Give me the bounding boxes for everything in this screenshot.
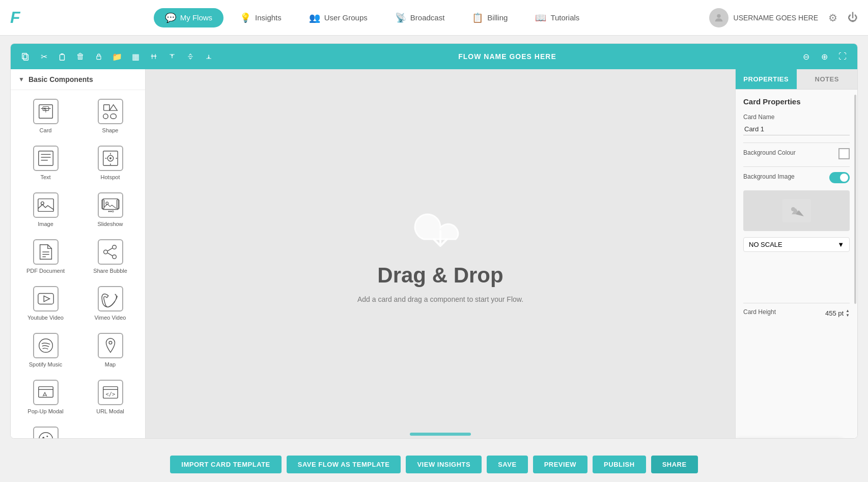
bg-colour-swatch[interactable]: [838, 148, 850, 159]
toolbar-zoom-out-btn[interactable]: ⊖: [799, 49, 813, 64]
toolbar-zoom-in-btn[interactable]: ⊕: [817, 49, 831, 64]
nav-item-tutorials[interactable]: 📖 Tutorials: [524, 8, 591, 27]
svg-rect-14: [110, 114, 116, 119]
component-card[interactable]: + Card: [13, 93, 78, 139]
toolbar-fullscreen-btn[interactable]: ⛶: [835, 49, 850, 64]
component-grid: + Card Shape: [11, 90, 145, 438]
toolbar-copy-btn[interactable]: [18, 49, 33, 64]
component-pdf[interactable]: PDF Document: [13, 233, 78, 280]
nav-item-insights[interactable]: 💡 Insights: [229, 8, 293, 27]
youtube-label: Youtube Video: [27, 315, 64, 321]
bg-colour-inner-row: Background Colour: [743, 148, 850, 159]
bg-image-toggle[interactable]: [829, 172, 850, 183]
toolbar-cut-btn[interactable]: ✂: [37, 49, 51, 64]
card-height-row: Card Height 455 pt ▲ ▼: [743, 308, 850, 318]
settings-button[interactable]: ⚙: [828, 12, 837, 24]
toolbar-align4-btn[interactable]: [202, 49, 216, 64]
svg-point-51: [46, 436, 48, 437]
share-icon: [98, 239, 123, 265]
canvas-scrollbar[interactable]: [410, 433, 471, 436]
panel-header: ▼ Basic Components: [11, 69, 145, 90]
tab-notes[interactable]: NOTES: [797, 69, 858, 89]
save-template-button[interactable]: SAVE FLOW AS TEMPLATE: [287, 456, 401, 473]
view-insights-button[interactable]: VIEW INSIGHTS: [406, 456, 482, 473]
svg-point-34: [112, 245, 116, 249]
share-button[interactable]: SHARE: [651, 456, 698, 473]
component-spotify[interactable]: Spotify Music: [13, 327, 78, 374]
component-cookie[interactable]: Cookie: [13, 420, 78, 438]
url-icon: </>: [98, 380, 123, 405]
scale-chevron-icon: ▼: [837, 241, 844, 248]
svg-point-35: [112, 255, 116, 259]
card-properties-title: Card Properties: [743, 97, 850, 106]
text-label: Text: [40, 174, 50, 180]
svg-point-49: [39, 433, 52, 438]
insights-icon: 💡: [240, 12, 251, 23]
svg-point-0: [717, 14, 720, 17]
username-label: USERNAME GOES HERE: [734, 14, 818, 22]
panel-header-label: Basic Components: [29, 75, 93, 83]
component-map[interactable]: Map: [78, 327, 143, 374]
bottom-toolbar: IMPORT CARD TEMPLATE SAVE FLOW AS TEMPLA…: [0, 446, 868, 482]
component-youtube[interactable]: Youtube Video: [13, 280, 78, 327]
toolbar-align3-btn[interactable]: [183, 49, 198, 64]
component-popup[interactable]: Pop-Up Modal: [13, 374, 78, 420]
svg-rect-43: [38, 387, 53, 398]
toolbar-delete-btn[interactable]: 🗑: [73, 49, 88, 64]
nav-right: USERNAME GOES HERE ⚙ ⏻: [709, 8, 858, 27]
card-name-input[interactable]: [743, 123, 850, 135]
toolbar-folder-btn[interactable]: 📁: [110, 49, 124, 64]
toolbar-align1-btn[interactable]: [147, 49, 161, 64]
toolbar-paste-btn[interactable]: [55, 49, 69, 64]
tab-properties[interactable]: PROPERTIES: [736, 69, 797, 89]
svg-marker-12: [109, 105, 117, 110]
scale-select[interactable]: NO SCALE ▼: [743, 237, 850, 252]
svg-rect-22: [38, 199, 53, 212]
nav-item-my-flows[interactable]: 💬 My Flows: [154, 8, 223, 27]
publish-button[interactable]: PUBLISH: [593, 456, 646, 473]
hotspot-label: Hotspot: [101, 174, 120, 180]
nav-item-user-groups[interactable]: 👥 User Groups: [298, 8, 379, 27]
toolbar-grid-btn[interactable]: ▦: [128, 49, 143, 64]
nav-item-billing[interactable]: 📋 Billing: [461, 8, 519, 27]
pdf-label: PDF Document: [26, 268, 65, 274]
nav-item-broadcast[interactable]: 📡 Broadcast: [384, 8, 456, 27]
component-url[interactable]: </> URL Modal: [78, 374, 143, 420]
component-shape[interactable]: Shape: [78, 93, 143, 139]
shape-icon: [98, 99, 123, 124]
svg-rect-1: [23, 54, 28, 60]
nav-item-insights-label: Insights: [255, 13, 282, 22]
card-height-decrement[interactable]: ▼: [846, 314, 850, 318]
component-hotspot[interactable]: Hotspot: [78, 139, 143, 186]
scale-selected-label: NO SCALE: [749, 241, 782, 248]
slideshow-label: Slideshow: [97, 221, 123, 227]
component-image[interactable]: Image: [13, 186, 78, 233]
card-label: Card: [40, 127, 52, 133]
toolbar-lock-btn[interactable]: [92, 49, 106, 64]
user-area[interactable]: USERNAME GOES HERE: [709, 8, 818, 27]
app-logo[interactable]: F: [10, 8, 20, 27]
save-button[interactable]: SAVE: [487, 456, 527, 473]
bg-image-inner-row: Background Image: [743, 172, 850, 183]
canvas-area[interactable]: Drag & Drop Add a card and drag a compon…: [146, 69, 735, 438]
component-vimeo[interactable]: Vimeo Video: [78, 280, 143, 327]
svg-point-50: [42, 437, 44, 438]
toolbar-align2-btn[interactable]: [165, 49, 179, 64]
right-panel-scrollbar[interactable]: [854, 95, 856, 304]
component-share[interactable]: Share Bubble: [78, 233, 143, 280]
card-height-value-area: 455 pt ▲ ▼: [825, 309, 850, 318]
component-slideshow[interactable]: Slideshow: [78, 186, 143, 233]
component-text[interactable]: Text: [13, 139, 78, 186]
svg-rect-3: [60, 54, 65, 60]
card-height-increment[interactable]: ▲: [846, 309, 850, 313]
power-button[interactable]: ⏻: [848, 12, 858, 23]
content-area: ▼ Basic Components + Card: [11, 69, 857, 438]
panel-collapse-arrow[interactable]: ▼: [18, 76, 24, 83]
spotify-label: Spotify Music: [29, 361, 62, 367]
svg-line-38: [107, 253, 113, 256]
svg-text:+: +: [44, 107, 48, 115]
flow-name-title: FLOW NAME GOES HERE: [220, 52, 795, 61]
preview-button[interactable]: PREVIEW: [533, 456, 587, 473]
import-template-button[interactable]: IMPORT CARD TEMPLATE: [170, 456, 281, 473]
bg-image-placeholder[interactable]: [743, 190, 850, 231]
